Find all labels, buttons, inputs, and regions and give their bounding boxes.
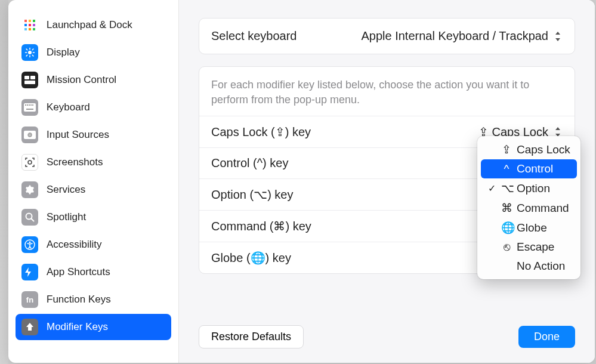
sidebar-item-label: Mission Control [47,74,116,86]
dropdown-item-label: Caps Lock [517,143,570,156]
launchpad-icon [21,17,38,33]
sidebar-item-label: Keyboard [47,101,90,113]
modifier-dropdown-menu: ⇪ Caps Lock ^ Control ✓ ⌥ Option ⌘ Comma… [477,136,580,279]
svg-rect-11 [30,76,35,79]
svg-rect-18 [32,104,33,106]
sidebar-item-label: Services [47,184,85,196]
row-label: Control (^) key [211,156,288,170]
description-text: For each modifier key listed below, choo… [199,67,575,116]
sidebar-item-app-shortcuts[interactable]: App Shortcuts [16,259,171,285]
app-shortcuts-icon [21,264,38,280]
svg-rect-0 [24,20,27,22]
svg-rect-19 [26,109,33,110]
sidebar-item-accessibility[interactable]: Accessibility [16,232,171,258]
dropdown-item-command[interactable]: ⌘ Command [481,198,577,218]
sidebar-item-label: Launchpad & Dock [47,19,132,31]
keyboard-icon [21,99,38,116]
sidebar: Launchpad & Dock Display Mission Control… [8,0,179,363]
function-keys-icon: fn [21,291,38,308]
dropdown-item-caps-lock[interactable]: ⇪ Caps Lock [481,140,577,159]
sidebar-item-label: Screenshots [47,156,103,168]
updown-icon [553,127,563,137]
modifier-keys-icon [21,319,38,335]
sidebar-item-input-sources[interactable]: Input Sources [16,122,171,148]
dropdown-item-label: Escape [517,240,554,254]
svg-rect-2 [33,20,35,22]
row-label: Command (⌘) key [211,219,311,233]
sidebar-item-spotlight[interactable]: Spotlight [16,204,171,230]
row-label: Caps Lock (⇪) key [211,125,311,139]
keyboard-select-label: Select keyboard [211,29,297,43]
svg-point-22 [28,161,32,164]
keyboard-select-row: Select keyboard Apple Internal Keyboard … [199,18,575,54]
restore-defaults-button[interactable]: Restore Defaults [199,325,304,348]
capslock-symbol-icon: ⇪ [501,143,512,156]
content-area: Select keyboard Apple Internal Keyboard … [179,0,595,363]
globe-symbol-icon: 🌐 [501,221,512,235]
command-symbol-icon: ⌘ [501,201,512,215]
mission-control-icon [21,72,38,88]
svg-rect-15 [27,104,28,106]
sidebar-item-mission-control[interactable]: Mission Control [16,67,171,93]
screenshots-icon [21,154,38,171]
dropdown-item-no-action[interactable]: No Action [481,257,577,276]
dropdown-item-label: No Action [517,260,565,273]
dropdown-item-control[interactable]: ^ Control [481,159,577,178]
svg-rect-14 [25,104,26,106]
sidebar-item-display[interactable]: Display [16,39,171,66]
option-symbol-icon: ⌥ [501,181,512,195]
svg-rect-8 [33,28,35,30]
row-label: Globe (🌐) key [211,251,291,265]
dropdown-item-label: Control [517,162,553,175]
control-symbol-icon: ^ [501,162,512,175]
sidebar-item-modifier-keys[interactable]: Modifier Keys [16,314,171,340]
dropdown-item-label: Command [517,202,569,215]
sidebar-item-label: Modifier Keys [47,321,108,333]
sidebar-item-services[interactable]: Services [16,177,171,203]
svg-point-9 [28,51,32,54]
svg-rect-7 [29,28,31,30]
dropdown-item-label: Globe [517,221,547,235]
svg-rect-5 [33,24,35,26]
dropdown-item-option[interactable]: ✓ ⌥ Option [481,178,577,198]
svg-rect-16 [29,104,30,106]
updown-icon [553,32,563,41]
sidebar-item-label: Display [47,47,80,58]
sidebar-item-launchpad-dock[interactable]: Launchpad & Dock [16,12,171,38]
svg-rect-10 [24,76,29,79]
services-icon [21,181,38,198]
footer: Restore Defaults Done [179,312,595,363]
svg-rect-1 [29,20,31,22]
sidebar-item-function-keys[interactable]: fn Function Keys [16,286,171,313]
keyboard-select-popup[interactable]: Apple Internal Keyboard / Trackpad [361,29,563,43]
settings-window: Launchpad & Dock Display Mission Control… [8,0,595,363]
dropdown-item-globe[interactable]: 🌐 Globe [481,218,577,237]
background-strip [0,0,8,364]
row-label: Option (⌥) key [211,187,293,202]
input-sources-icon [21,127,38,143]
accessibility-icon [21,236,38,253]
sidebar-item-label: Input Sources [47,129,109,141]
svg-rect-17 [30,104,32,106]
keyboard-select-panel: Select keyboard Apple Internal Keyboard … [199,18,575,54]
dropdown-item-escape[interactable]: ⎋ Escape [481,237,577,257]
keyboard-select-value: Apple Internal Keyboard / Trackpad [361,29,548,43]
display-icon [21,44,38,61]
dropdown-item-label: Option [517,182,550,195]
done-button[interactable]: Done [518,326,575,348]
spotlight-icon [21,209,38,226]
check-icon: ✓ [487,183,496,194]
sidebar-item-label: Spotlight [47,211,86,223]
svg-rect-3 [24,24,27,26]
sidebar-item-screenshots[interactable]: Screenshots [16,149,171,175]
svg-point-25 [29,242,31,243]
svg-rect-12 [24,81,35,84]
sidebar-item-label: Function Keys [47,294,111,306]
svg-rect-4 [29,24,31,26]
sidebar-item-label: Accessibility [47,239,102,251]
sidebar-item-label: App Shortcuts [47,266,110,278]
sidebar-item-keyboard[interactable]: Keyboard [16,94,171,121]
svg-rect-6 [24,28,27,30]
escape-symbol-icon: ⎋ [501,240,512,254]
